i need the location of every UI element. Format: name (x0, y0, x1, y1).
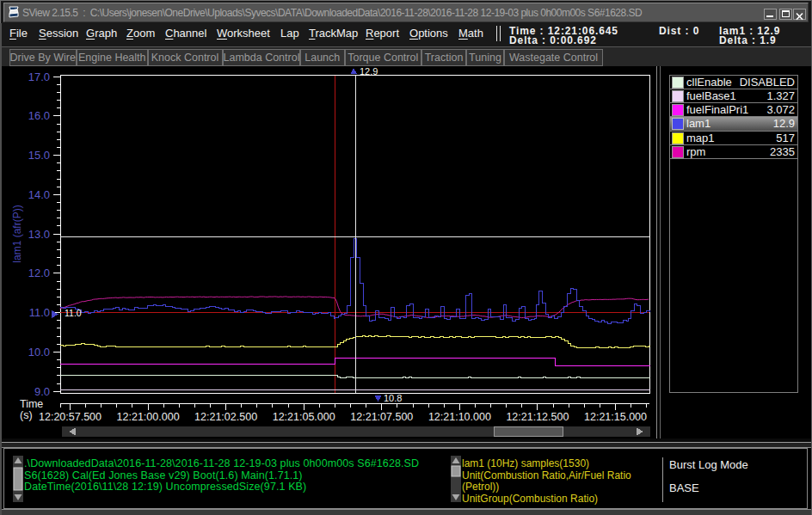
svg-text:11.0: 11.0 (65, 308, 82, 318)
svg-text:17.0: 17.0 (28, 71, 50, 83)
svg-text:12.9: 12.9 (360, 66, 378, 77)
svg-text:12:21:10.000: 12:21:10.000 (428, 411, 491, 423)
svg-text:12:21:00.000: 12:21:00.000 (117, 411, 180, 423)
svg-text:15.0: 15.0 (28, 149, 50, 162)
svg-text:(s): (s) (20, 409, 33, 421)
svg-text:12:21:05.000: 12:21:05.000 (273, 411, 335, 423)
svg-text:13.0: 13.0 (28, 228, 50, 241)
svg-text:12:20:57.500: 12:20:57.500 (39, 411, 102, 423)
svg-text:12:21:12.500: 12:21:12.500 (506, 411, 569, 423)
svg-text:11.0: 11.0 (29, 306, 50, 319)
svg-text:9.0: 9.0 (34, 385, 50, 398)
svg-text:10.8: 10.8 (384, 393, 402, 403)
svg-text:lam1 (afr(P)): lam1 (afr(P)) (11, 205, 23, 262)
svg-text:16.0: 16.0 (28, 109, 50, 122)
svg-text:12:21:02.500: 12:21:02.500 (194, 411, 257, 423)
svg-text:14.0: 14.0 (28, 188, 50, 201)
svg-text:12:21:07.500: 12:21:07.500 (350, 411, 413, 423)
svg-text:Time: Time (20, 398, 43, 410)
svg-text:12.0: 12.0 (28, 267, 50, 279)
svg-text:10.0: 10.0 (28, 346, 50, 359)
svg-text:12:21:15.000: 12:21:15.000 (584, 411, 647, 423)
